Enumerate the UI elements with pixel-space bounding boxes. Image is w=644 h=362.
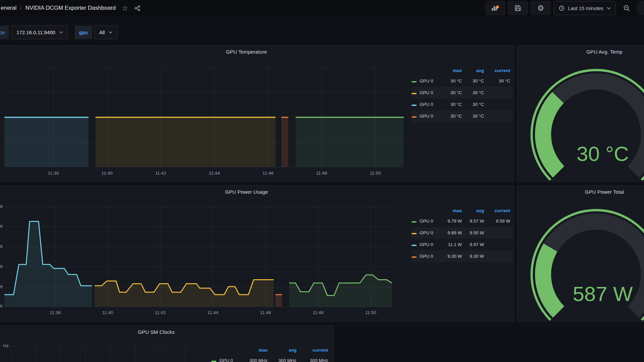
temperature-chart[interactable] — [4, 66, 404, 167]
panel-gpu-power-total: GPU Power Total 587 W — [517, 185, 644, 322]
legend-value: 300 MHz — [270, 358, 299, 362]
x-tick-label: 11:38 — [44, 310, 66, 315]
legend-series-label[interactable]: GPU 0 — [420, 254, 439, 259]
x-tick-label: 11:50 — [364, 171, 387, 176]
add-panel-icon — [491, 4, 499, 12]
time-range-picker[interactable]: Last 15 minutes — [554, 1, 616, 15]
series-area — [95, 280, 274, 307]
x-tick-label: 11:44 — [202, 310, 224, 315]
legend-series-label[interactable]: GPU 0 — [420, 90, 439, 95]
panel-title[interactable]: GPU SM Clocks — [0, 329, 333, 335]
legend-value: 9.69 W — [439, 230, 464, 235]
legend-value: 30 °C — [464, 102, 486, 107]
legend-swatch-cell — [412, 102, 420, 107]
series-color-swatch — [211, 361, 216, 362]
legend-header-cell[interactable]: current — [486, 208, 512, 213]
breadcrumb-separator: / — [20, 5, 21, 11]
gear-icon: ⚙ — [537, 4, 544, 12]
legend-value: 300 MHz — [239, 358, 270, 362]
legend-series-label[interactable]: GPU 0 — [420, 230, 439, 235]
legend-value: 9.79 W — [439, 219, 464, 224]
power-chart[interactable] — [4, 201, 392, 307]
x-tick-label: 11:46 — [254, 310, 277, 315]
zoom-out-button[interactable] — [619, 1, 634, 15]
legend-value: 30 °C — [464, 90, 486, 95]
dashboard-settings-button[interactable]: ⚙ — [531, 1, 550, 15]
series-area — [275, 295, 282, 307]
legend: maxavgcurrentGPU 09.79 W9.57 W9.59 WGPU … — [412, 206, 512, 262]
series-area — [281, 117, 288, 167]
legend-row: GPU 09.69 W9.50 W — [412, 227, 512, 239]
refresh-button[interactable] — [637, 1, 644, 15]
legend-series-label[interactable]: GPU 0 — [219, 358, 239, 362]
legend-header-cell[interactable]: avg — [270, 348, 299, 353]
panel-gpu-temperature: GPU Temperature 11:3811:4011:4211:4411:4… — [0, 45, 514, 182]
legend-value: 30 °C — [464, 78, 486, 83]
legend-row: GPU 0300 MHz300 MHz300 MHz — [211, 355, 330, 362]
series-color-swatch — [412, 81, 417, 82]
legend-header-cell[interactable]: max — [239, 348, 270, 353]
legend-header-cell[interactable]: avg — [464, 68, 486, 73]
x-tick-label: 11:50 — [359, 310, 382, 315]
legend-series-label[interactable]: GPU 0 — [420, 219, 439, 224]
legend-swatch-cell — [412, 219, 420, 224]
chevron-down-icon — [59, 31, 63, 34]
gauge-value: 30 °C — [517, 142, 644, 166]
legend-row: GPU 030 °C30 °C — [412, 110, 512, 122]
legend-value: 30 °C — [439, 114, 464, 119]
legend-header-cell[interactable]: avg — [464, 208, 486, 213]
chevron-down-icon — [109, 31, 112, 34]
series-color-swatch — [412, 93, 417, 94]
panel-gpu-sm-clocks: GPU SM Clocks HzmaxavgcurrentGPU 0300 MH… — [0, 325, 334, 362]
variable-instance-select[interactable]: 172.16.0.11:9400 — [11, 25, 68, 39]
add-panel-button[interactable] — [485, 1, 505, 15]
legend-value: 30 °C — [439, 102, 464, 107]
legend-swatch-cell — [211, 358, 219, 362]
legend-header-cell[interactable]: current — [299, 348, 330, 353]
legend-value: 11.1 W — [439, 242, 464, 247]
series-color-swatch — [412, 116, 417, 118]
legend-series-label[interactable]: GPU 0 — [420, 78, 439, 83]
panel-gpu-power-usage: GPU Power Usage 11:3811:4011:4211:4411:4… — [0, 185, 514, 322]
legend-swatch-cell — [412, 230, 420, 235]
legend-value: 9.30 W — [439, 254, 464, 259]
y-axis-fragment: Hz — [0, 343, 9, 348]
legend-header-cell[interactable]: max — [439, 208, 464, 213]
panel-title[interactable]: GPU Power Usage — [0, 189, 514, 195]
legend-swatch-cell — [412, 242, 420, 247]
save-dashboard-button[interactable] — [508, 1, 528, 15]
legend-header-row: maxavgcurrent — [211, 345, 330, 355]
series-area — [96, 117, 276, 167]
page-title[interactable]: NVIDIA DCGM Exporter Dashboard — [25, 5, 116, 11]
share-icon[interactable] — [134, 5, 141, 11]
sm-clocks-chart[interactable] — [4, 336, 202, 362]
variable-gpu-select[interactable]: All — [94, 25, 118, 39]
legend-series-label[interactable]: GPU 0 — [420, 114, 439, 119]
legend-value: 300 MHz — [299, 358, 330, 362]
legend-series-label[interactable]: GPU 0 — [420, 242, 439, 247]
series-color-swatch — [412, 221, 417, 223]
legend-row: GPU 09.30 W9.30 W — [412, 250, 512, 262]
variable-instance-label: ce — [0, 25, 9, 39]
x-tick-label: 11:42 — [149, 310, 172, 315]
top-nav-bar: eneral / NVIDIA DCGM Exporter Dashboard … — [0, 0, 644, 16]
y-axis-fragment: W — [0, 224, 3, 229]
legend-swatch-cell — [412, 114, 420, 119]
x-tick-label: 11:48 — [310, 171, 333, 176]
nav-actions: ⚙ Last 15 minutes — [485, 1, 644, 15]
legend-header-cell[interactable]: current — [486, 68, 512, 73]
clock-icon — [559, 5, 565, 11]
series-area — [289, 275, 392, 307]
breadcrumb-folder[interactable]: eneral — [1, 5, 16, 11]
panel-title[interactable]: GPU Temperature — [0, 49, 514, 55]
legend-header-cell[interactable]: max — [439, 68, 464, 73]
y-axis-fragment: W — [0, 284, 3, 289]
series-color-swatch — [412, 233, 417, 234]
series-color-swatch — [412, 105, 417, 106]
legend-series-label[interactable]: GPU 0 — [420, 102, 439, 107]
legend-swatch-cell — [412, 78, 420, 83]
star-icon[interactable]: ☆ — [122, 5, 128, 12]
legend-header-row: maxavgcurrent — [412, 66, 512, 75]
breadcrumb: eneral / NVIDIA DCGM Exporter Dashboard … — [1, 0, 141, 16]
legend-row: GPU 030 °C30 °C — [412, 99, 512, 110]
